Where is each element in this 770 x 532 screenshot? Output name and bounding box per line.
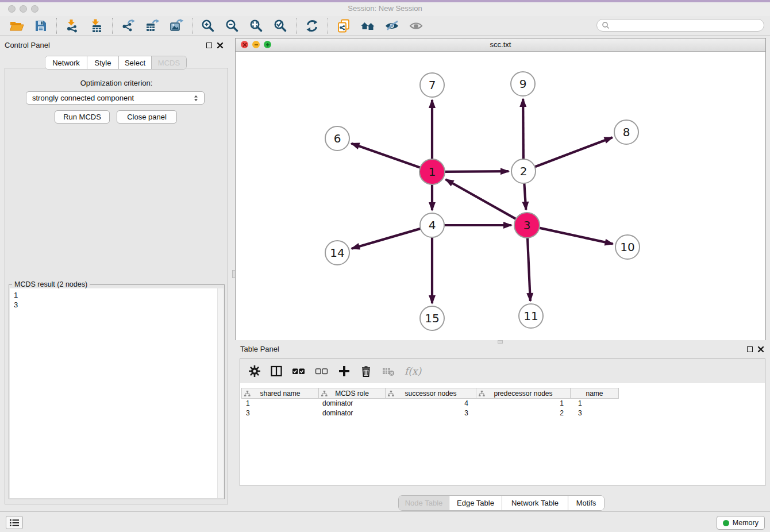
float-panel-icon[interactable] [747,346,753,352]
application-window: Session: New Session [0,0,770,532]
export-image-icon[interactable] [164,17,188,34]
column-header-mcds-role[interactable]: MCDS role [319,388,386,399]
node-label: 4 [429,218,436,232]
table-row[interactable]: 1dominator411 [241,399,765,408]
status-bar: Memory [0,511,770,532]
window-titlebar: Session: New Session [0,2,770,16]
close-panel-icon[interactable] [217,42,224,49]
zoom-selected-icon[interactable] [268,17,292,34]
table-cell: 1 [241,399,319,407]
close-panel-icon[interactable] [757,346,764,353]
run-mcds-button[interactable]: Run MCDS [55,110,110,124]
float-panel-icon[interactable] [206,43,212,48]
attribute-tree-icon [479,391,485,397]
delete-column-icon[interactable] [360,365,372,377]
edge-1-2[interactable] [445,171,509,172]
search-field[interactable] [596,19,764,32]
close-panel-button[interactable]: Close panel [117,110,177,124]
node-label: 10 [620,240,634,254]
refresh-view-icon[interactable] [300,17,324,34]
window-title: Session: New Session [0,4,770,13]
zoom-in-icon[interactable] [196,17,220,34]
clear-table-icon[interactable] [382,365,395,377]
criterion-value: strongly connected component [32,94,134,102]
tab-select[interactable]: Select [119,56,152,69]
tab-mcds[interactable]: MCDS [152,56,186,69]
clone-network-icon[interactable] [332,17,356,34]
control-panel-tabs: Network Style Select MCDS [45,56,187,70]
task-list-icon [9,519,20,527]
select-all-icon[interactable] [292,365,306,377]
export-table-icon[interactable] [140,17,164,34]
table-row[interactable]: 3dominator323 [241,408,765,418]
criterion-dropdown[interactable]: strongly connected component [26,91,205,105]
tab-network-table[interactable]: Network Table [502,496,568,510]
function-builder-icon[interactable]: f(x) [405,365,421,377]
edge-3-1[interactable] [446,179,516,219]
column-header-name[interactable]: name [571,388,619,399]
table-header-row: shared name MCDS role successor nodes pr… [241,388,765,399]
column-header-successor-nodes[interactable]: successor nodes [386,388,476,399]
toolbar-separator [188,18,196,34]
tab-node-table[interactable]: Node Table [399,496,449,510]
network-window-title: scc.txt [236,40,765,49]
edge-2-9[interactable] [523,99,523,159]
toolbar-separator [324,18,332,34]
edge-1-6[interactable] [352,144,421,168]
edge-2-3[interactable] [524,183,526,210]
node-label: 2 [520,164,528,178]
memory-button[interactable]: Memory [717,516,765,530]
column-header-predecessor-nodes[interactable]: predecessor nodes [476,388,571,399]
network-view-window: scc.txt 1234678910111415 [235,38,766,340]
main-toolbar [0,16,770,36]
node-label: 9 [519,77,527,91]
network-canvas[interactable]: 1234678910111415 [236,52,765,340]
table-cell: 3 [241,409,319,417]
search-input[interactable] [612,21,764,30]
hide-details-icon[interactable] [380,17,404,34]
table-cell: dominator [319,399,386,407]
edge-3-10[interactable] [539,228,613,244]
networks-home-icon[interactable] [356,17,380,34]
tab-style[interactable]: Style [87,56,119,69]
mcds-result-area[interactable]: 1 3 [10,288,224,498]
import-table-icon[interactable] [84,17,109,34]
node-label: 3 [523,218,531,232]
result-line: 3 [14,300,224,310]
tab-motifs[interactable]: Motifs [568,496,604,510]
edge-4-14[interactable] [352,229,421,249]
save-session-icon[interactable] [29,17,53,34]
task-history-button[interactable] [6,516,23,529]
table-cell: 4 [386,399,476,407]
result-scrollbar[interactable] [217,288,224,498]
dropdown-chevrons-icon [191,94,201,103]
table-tabs: Node Table Edge Table Network Table Moti… [398,495,605,511]
open-session-icon[interactable] [5,17,29,34]
node-label: 6 [334,132,341,145]
export-network-icon[interactable] [116,17,140,34]
table-cell: 3 [571,409,619,417]
node-label: 14 [330,246,344,260]
edge-3-11[interactable] [528,238,530,301]
add-column-icon[interactable] [338,365,351,377]
search-icon [602,21,610,29]
zoom-fit-icon[interactable] [244,17,268,34]
column-header-shared-name[interactable]: shared name [241,388,319,399]
tab-network[interactable]: Network [45,56,87,69]
tab-edge-table[interactable]: Edge Table [449,496,502,510]
show-details-icon[interactable] [404,17,428,34]
result-line: 1 [14,290,224,300]
toolbar-separator [109,18,116,34]
table-settings-icon[interactable] [248,365,261,377]
node-label: 15 [425,311,439,325]
deselect-all-icon[interactable] [315,365,329,377]
network-window-titlebar: scc.txt [236,38,765,52]
zoom-out-icon[interactable] [220,17,244,34]
table-cell: 2 [476,409,571,417]
edge-2-8[interactable] [535,137,613,167]
node-label: 11 [523,309,538,323]
table-panel-title: Table Panel [240,345,279,353]
toggle-column-panel-icon[interactable] [270,365,283,377]
import-network-icon[interactable] [60,17,84,34]
mcds-result-title: MCDS result (2 nodes) [12,280,90,288]
